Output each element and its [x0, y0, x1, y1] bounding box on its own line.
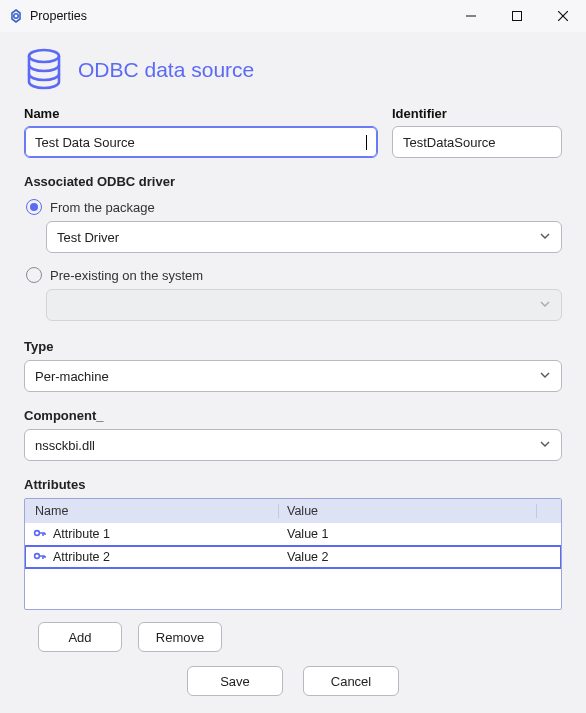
table-row[interactable]: Attribute 2Value 2 — [25, 545, 561, 569]
attributes-label: Attributes — [24, 477, 562, 492]
app-icon — [8, 8, 24, 24]
attr-name: Attribute 2 — [53, 550, 110, 564]
footer: Save Cancel — [24, 652, 562, 706]
preexisting-driver-select — [46, 289, 562, 321]
window-controls — [448, 0, 586, 32]
svg-rect-2 — [513, 12, 522, 21]
page-title: ODBC data source — [78, 58, 254, 82]
type-label: Type — [24, 339, 562, 354]
add-button[interactable]: Add — [38, 622, 122, 652]
identifier-input[interactable] — [392, 126, 562, 158]
chevron-down-icon — [539, 369, 551, 384]
maximize-button[interactable] — [494, 0, 540, 32]
properties-window: Properties ODBC da — [0, 0, 586, 713]
radio-preexisting[interactable]: Pre-existing on the system — [26, 267, 562, 283]
chevron-down-icon — [539, 230, 551, 245]
radio-icon — [26, 199, 42, 215]
radio-preexisting-label: Pre-existing on the system — [50, 268, 203, 283]
titlebar: Properties — [0, 0, 586, 32]
radio-from-package-label: From the package — [50, 200, 155, 215]
svg-point-7 — [35, 554, 40, 559]
page-header: ODBC data source — [24, 48, 562, 92]
type-value: Per-machine — [35, 369, 109, 384]
chevron-down-icon — [539, 298, 551, 313]
radio-icon — [26, 267, 42, 283]
name-input[interactable]: Test Data Source — [24, 126, 378, 158]
from-package-driver-value: Test Driver — [57, 230, 119, 245]
save-button[interactable]: Save — [187, 666, 283, 696]
type-select[interactable]: Per-machine — [24, 360, 562, 392]
radio-from-package[interactable]: From the package — [26, 199, 562, 215]
attributes-header: Name Value — [25, 499, 561, 523]
attr-name: Attribute 1 — [53, 527, 110, 541]
svg-point-5 — [29, 50, 59, 62]
attr-value: Value 2 — [287, 550, 328, 564]
svg-point-6 — [35, 531, 40, 536]
name-input-value: Test Data Source — [35, 135, 135, 150]
odbc-driver-label: Associated ODBC driver — [24, 174, 562, 189]
database-icon — [24, 48, 64, 92]
window-title: Properties — [30, 9, 87, 23]
key-icon — [33, 527, 47, 541]
attr-value: Value 1 — [287, 527, 328, 541]
attributes-header-name[interactable]: Name — [25, 504, 279, 518]
component-select[interactable]: nssckbi.dll — [24, 429, 562, 461]
attributes-table: Name Value Attribute 1Value 1Attribute 2… — [24, 498, 562, 610]
from-package-driver-select[interactable]: Test Driver — [46, 221, 562, 253]
key-icon — [33, 550, 47, 564]
identifier-label: Identifier — [392, 106, 562, 121]
minimize-button[interactable] — [448, 0, 494, 32]
cancel-button[interactable]: Cancel — [303, 666, 399, 696]
chevron-down-icon — [539, 438, 551, 453]
attributes-header-value[interactable]: Value — [279, 504, 537, 518]
text-caret — [366, 135, 367, 150]
close-button[interactable] — [540, 0, 586, 32]
component-label: Component_ — [24, 408, 562, 423]
name-label: Name — [24, 106, 378, 121]
table-row[interactable]: Attribute 1Value 1 — [25, 523, 561, 545]
remove-button[interactable]: Remove — [138, 622, 222, 652]
component-value: nssckbi.dll — [35, 438, 95, 453]
svg-point-0 — [14, 14, 18, 18]
content-area: ODBC data source Name Test Data Source I… — [0, 32, 586, 713]
